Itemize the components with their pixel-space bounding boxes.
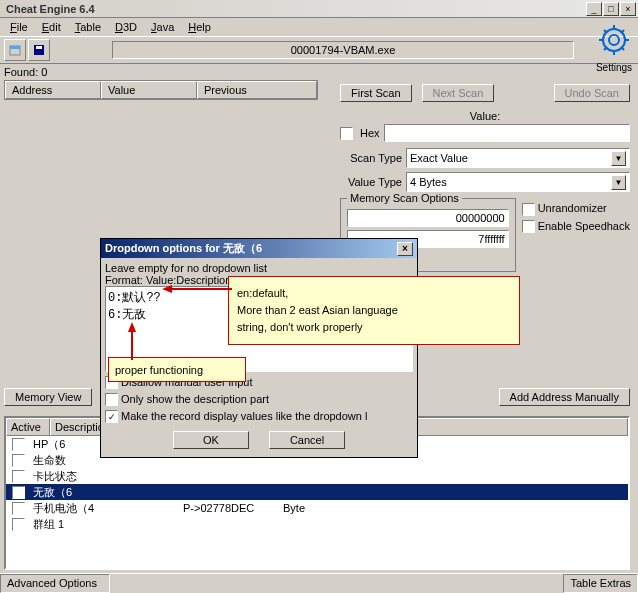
settings-label: Settings: [594, 62, 634, 73]
unrandomizer-checkbox[interactable]: [522, 203, 535, 216]
save-button[interactable]: [28, 39, 50, 61]
ok-button[interactable]: OK: [173, 431, 249, 449]
dialog-instruction: Leave empty for no dropdown list: [105, 262, 413, 274]
active-checkbox[interactable]: [12, 438, 25, 451]
status-bar: Advanced Options Table Extras: [0, 573, 638, 593]
memory-view-button[interactable]: Memory View: [4, 388, 92, 406]
svg-marker-7: [162, 285, 172, 293]
svg-rect-1: [10, 46, 20, 49]
svg-marker-9: [128, 322, 136, 332]
table-extras[interactable]: Table Extras: [563, 574, 638, 593]
menu-bar: File Edit Table D3D Java Help: [0, 18, 638, 36]
results-list[interactable]: Address Value Previous: [4, 80, 318, 100]
annotation-callout-2: proper functioning: [108, 357, 246, 382]
mem-options-title: Memory Scan Options: [347, 192, 462, 204]
open-process-button[interactable]: [4, 39, 26, 61]
speedhack-checkbox[interactable]: [522, 220, 535, 233]
add-address-button[interactable]: Add Address Manually: [499, 388, 630, 406]
next-scan-button: Next Scan: [422, 84, 495, 102]
dialog-close-button[interactable]: ×: [397, 242, 413, 256]
process-display[interactable]: 00001794-VBAM.exe: [112, 41, 574, 59]
col-value[interactable]: Value: [101, 81, 197, 99]
table-row-selected[interactable]: 无敌（6: [6, 484, 628, 500]
scan-type-select[interactable]: Exact Value ▼: [406, 148, 630, 168]
scan-type-label: Scan Type: [340, 152, 402, 164]
chevron-down-icon: ▼: [611, 175, 626, 190]
active-checkbox[interactable]: [12, 486, 25, 499]
maximize-button[interactable]: □: [603, 2, 619, 16]
col-previous[interactable]: Previous: [197, 81, 317, 99]
process-name: 00001794-VBAM.exe: [291, 44, 396, 56]
menu-help[interactable]: Help: [182, 20, 217, 34]
window-title: Cheat Engine 6.4: [2, 3, 586, 15]
cancel-button[interactable]: Cancel: [269, 431, 345, 449]
found-count: Found: 0: [0, 64, 638, 80]
chevron-down-icon: ▼: [611, 151, 626, 166]
only-desc-row[interactable]: Only show the description part: [105, 391, 413, 408]
menu-table[interactable]: Table: [69, 20, 107, 34]
minimize-button[interactable]: _: [586, 2, 602, 16]
close-button[interactable]: ×: [620, 2, 636, 16]
undo-scan-button: Undo Scan: [554, 84, 630, 102]
active-checkbox[interactable]: [12, 502, 25, 515]
menu-file[interactable]: File: [4, 20, 34, 34]
arrow-icon: [128, 322, 136, 360]
svg-point-5: [609, 35, 619, 45]
col-address[interactable]: Address: [5, 81, 101, 99]
dialog-titlebar[interactable]: Dropdown options for 无敌（6 ×: [101, 239, 417, 258]
title-bar: Cheat Engine 6.4 _ □ ×: [0, 0, 638, 18]
svg-rect-3: [36, 46, 42, 49]
menu-d3d[interactable]: D3D: [109, 20, 143, 34]
active-checkbox[interactable]: [12, 454, 25, 467]
value-type-select[interactable]: 4 Bytes ▼: [406, 172, 630, 192]
active-checkbox[interactable]: [12, 470, 25, 483]
first-scan-button[interactable]: First Scan: [340, 84, 412, 102]
hex-label: Hex: [360, 127, 380, 139]
menu-edit[interactable]: Edit: [36, 20, 67, 34]
menu-java[interactable]: Java: [145, 20, 180, 34]
value-type-label: Value Type: [340, 176, 402, 188]
advanced-options[interactable]: Advanced Options: [0, 574, 110, 593]
speedhack-row[interactable]: Enable Speedhack: [522, 220, 630, 234]
make-record-checkbox[interactable]: ✓: [105, 410, 118, 423]
toolbar: 00001794-VBAM.exe: [0, 36, 638, 64]
value-label: Value:: [340, 110, 630, 122]
cheat-engine-logo[interactable]: Settings: [594, 20, 634, 70]
start-address-input[interactable]: [347, 209, 509, 227]
unrandomizer-row[interactable]: Unrandomizer: [522, 202, 630, 216]
hex-checkbox[interactable]: [340, 127, 353, 140]
active-checkbox[interactable]: [12, 518, 25, 531]
only-desc-checkbox[interactable]: [105, 393, 118, 406]
table-row[interactable]: 手机电池（4P->02778DECByte: [6, 500, 628, 516]
annotation-callout-1: en:default, More than 2 east Asian langu…: [228, 276, 520, 345]
arrow-icon: [162, 285, 232, 293]
make-record-row[interactable]: ✓Make the record display values like the…: [105, 408, 413, 425]
col-active[interactable]: Active: [6, 418, 50, 436]
table-row[interactable]: 群组 1: [6, 516, 628, 532]
value-input[interactable]: [384, 124, 630, 142]
dialog-title-text: Dropdown options for 无敌（6: [105, 241, 262, 256]
table-row[interactable]: 卡比状态: [6, 468, 628, 484]
dropdown-options-dialog: Dropdown options for 无敌（6 × Leave empty …: [100, 238, 418, 458]
